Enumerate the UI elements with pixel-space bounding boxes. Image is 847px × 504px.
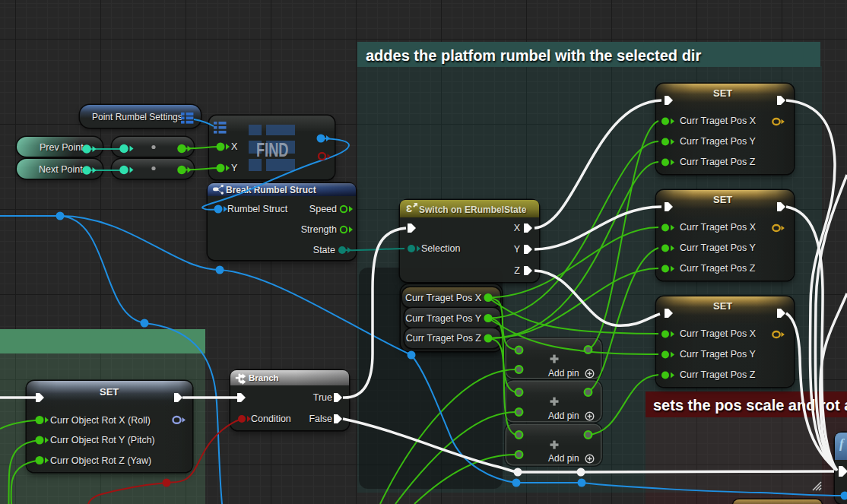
svg-text:Ɛ: Ɛ [406,203,412,214]
